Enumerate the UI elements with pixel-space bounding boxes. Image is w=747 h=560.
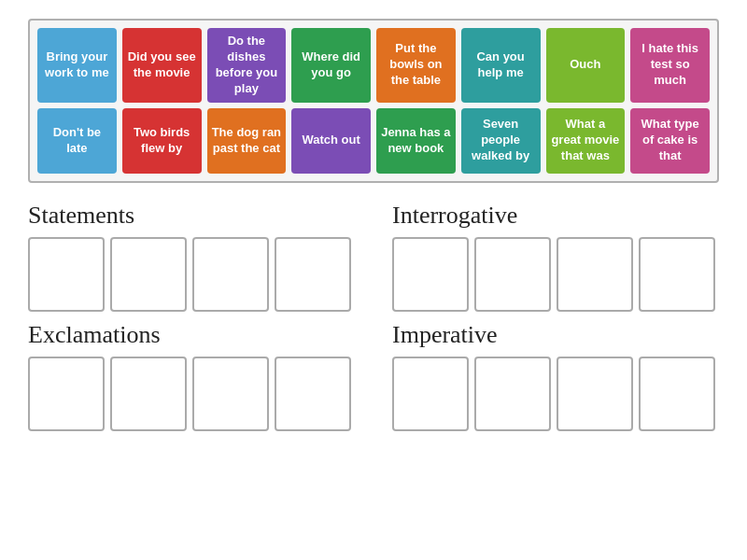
drop-box[interactable] (28, 237, 105, 312)
drop-box[interactable] (474, 357, 551, 431)
word-tile[interactable]: Can you help me (461, 28, 541, 103)
word-tile[interactable]: Did you see the movie (122, 28, 202, 103)
word-tile[interactable]: What type of cake is that (630, 108, 710, 174)
word-tile[interactable]: Watch out (291, 108, 371, 174)
drop-row-interrogative (392, 237, 715, 312)
category-title-statements: Statements (28, 202, 134, 230)
word-tile[interactable]: What a great movie that was (546, 108, 626, 174)
word-bank-row-2: Don't be lateTwo birds flew byThe dog ra… (37, 108, 710, 174)
drop-box[interactable] (474, 237, 551, 312)
drop-box[interactable] (557, 237, 633, 312)
category-interrogative: Interrogative (392, 202, 719, 312)
word-tile[interactable]: Two birds flew by (122, 108, 202, 174)
app: Bring your work to meDid you see the mov… (0, 0, 747, 450)
word-tile[interactable]: Seven people walked by (461, 108, 541, 174)
drop-box[interactable] (110, 357, 187, 431)
categories: StatementsInterrogativeExclamationsImper… (28, 202, 719, 431)
word-bank: Bring your work to meDid you see the mov… (28, 19, 719, 183)
category-statements: Statements (28, 202, 355, 312)
drop-box[interactable] (275, 237, 351, 312)
drop-box[interactable] (192, 357, 269, 431)
drop-box[interactable] (275, 357, 351, 431)
category-exclamations: Exclamations (28, 321, 355, 431)
word-tile[interactable]: Bring your work to me (37, 28, 117, 103)
word-tile[interactable]: I hate this test so much (630, 28, 710, 103)
word-tile[interactable]: Do the dishes before you play (207, 28, 287, 103)
drop-box[interactable] (639, 357, 715, 431)
word-tile[interactable]: Ouch (546, 28, 626, 103)
word-tile[interactable]: The dog ran past the cat (207, 108, 287, 174)
drop-box[interactable] (557, 357, 633, 431)
drop-row-statements (28, 237, 351, 312)
word-tile[interactable]: Jenna has a new book (376, 108, 456, 174)
drop-row-imperative (392, 357, 715, 431)
word-tile[interactable]: Don't be late (37, 108, 117, 174)
drop-box[interactable] (110, 237, 187, 312)
drop-row-exclamations (28, 357, 351, 431)
drop-box[interactable] (639, 237, 715, 312)
word-tile[interactable]: Put the bowls on the table (376, 28, 456, 103)
drop-box[interactable] (192, 237, 269, 312)
word-bank-row-1: Bring your work to meDid you see the mov… (37, 28, 710, 103)
category-title-imperative: Imperative (392, 321, 498, 349)
category-title-exclamations: Exclamations (28, 321, 161, 349)
drop-box[interactable] (392, 237, 469, 312)
category-imperative: Imperative (392, 321, 719, 431)
drop-box[interactable] (392, 357, 469, 431)
drop-box[interactable] (28, 357, 105, 431)
word-tile[interactable]: Where did you go (291, 28, 371, 103)
category-title-interrogative: Interrogative (392, 202, 517, 230)
